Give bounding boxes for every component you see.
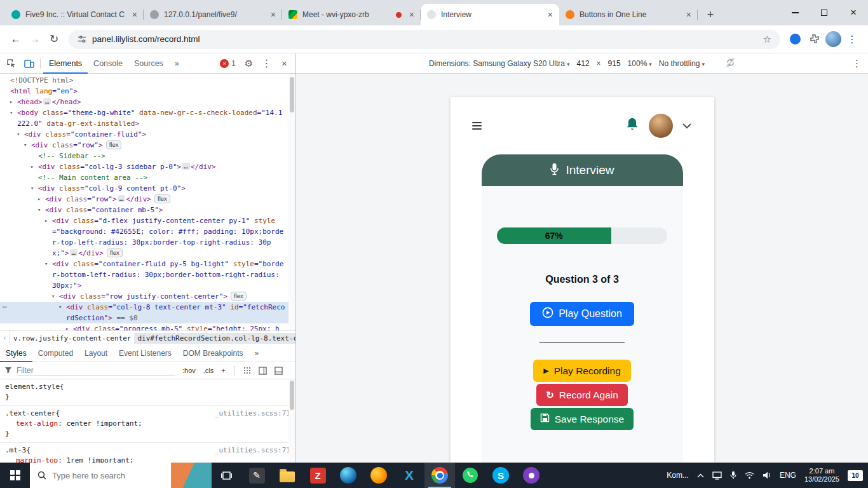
taskbar-search-input[interactable] [52,471,165,480]
expand-arrow-icon[interactable]: ▾ [31,183,34,194]
tray-mic-icon[interactable] [730,471,736,480]
dom-tree-node[interactable]: ▾<div class="col-lg-9 content pt-0"> [0,183,295,194]
expand-arrow-icon[interactable]: ▾ [24,140,27,151]
omnibox[interactable]: panel.lilylist.com/record.html ☆ [69,30,780,49]
dom-tree-node[interactable]: ▸<head>…</head> [0,97,295,107]
expand-arrow-icon[interactable]: ▸ [44,215,48,226]
css-rule[interactable]: element.style {} [0,379,295,406]
css-rule[interactable]: .text-center {_utilities.scss:71text-ali… [0,406,295,443]
device-width-field[interactable]: 412 [577,59,590,68]
notification-center-badge[interactable]: 10 [848,470,863,481]
browser-tab[interactable]: Five9 Inc. :: Virtual Contact C× [5,4,144,25]
expand-arrow-icon[interactable]: ▾ [44,259,48,269]
search-highlight-image[interactable] [171,463,212,488]
dom-tree-node[interactable]: <html lang="en"> [0,86,295,97]
tray-monitor-icon[interactable] [712,471,722,480]
audio-player-line[interactable] [539,342,625,343]
browser-tab[interactable]: Buttons in One Line× [559,4,698,25]
tray-language-label[interactable]: ENG [780,471,796,480]
record-again-button[interactable]: ↻ Record Again [536,384,628,406]
css-rule[interactable]: .mt-3 {_utilities.scss:71margin-top: 1re… [0,443,295,463]
stylesheet-link[interactable]: _utilities.scss:71 [215,409,290,419]
styles-tab[interactable]: Event Listeners [113,345,177,362]
tray-chevron-up-icon[interactable] [697,473,704,478]
expand-arrow-icon[interactable]: ▾ [37,205,41,215]
play-question-button[interactable]: Play Question [530,302,634,326]
browser-menu-button[interactable]: ⋮ [843,30,862,49]
browser-tab[interactable]: Interview× [421,4,559,25]
dom-tree-node[interactable]: ▾<div class="row justify-content-center"… [0,291,295,302]
expand-arrow-icon[interactable]: ▸ [65,323,69,330]
taskbar-app-file-explorer[interactable] [272,463,302,488]
styles-tab[interactable]: Styles [0,345,32,362]
devtools-menu-icon[interactable]: ⋮ [258,55,275,72]
expand-arrow-icon[interactable]: ▸ [31,161,34,172]
task-view-button[interactable] [212,463,241,488]
site-settings-icon[interactable] [78,35,86,44]
device-toolbar-menu-icon[interactable]: ⋮ [852,58,862,69]
tab-close-button[interactable]: × [548,10,553,19]
tab-close-button[interactable]: × [409,10,414,19]
maximize-button[interactable] [810,0,839,25]
play-recording-button[interactable]: ▶ Play Recording [533,360,631,382]
taskbar-app-x[interactable]: X [394,463,424,488]
dom-tree-node[interactable]: ▾<div class="row">flex [0,140,295,151]
expand-arrow-icon[interactable]: ▾ [10,107,13,118]
bookmark-star-icon[interactable]: ☆ [763,34,771,45]
tray-wifi-icon[interactable] [745,471,754,479]
inspect-element-icon[interactable] [3,55,20,72]
styles-tab[interactable]: Computed [32,345,79,362]
close-window-button[interactable]: × [839,0,868,25]
devtools-tab[interactable]: » [169,53,185,74]
tab-close-button[interactable]: × [132,10,137,19]
taskbar-app-goto[interactable] [516,463,546,488]
dom-tree-node[interactable]: ▸<div class="row">…</div>flex [0,194,295,205]
styles-scrollbar[interactable] [288,379,295,463]
taskbar-app-pen[interactable]: ✎ [241,463,272,488]
expand-arrow-icon[interactable]: ▾ [58,302,62,313]
rotate-device-icon[interactable] [726,58,735,69]
tray-input-indicator[interactable]: Kom... [667,471,689,480]
grid-badge-icon[interactable] [241,365,253,376]
taskbar-app-z[interactable]: Z [302,463,333,488]
chevron-down-icon[interactable] [682,120,691,132]
expand-arrow-icon[interactable]: ▾ [51,291,55,302]
expand-arrow-icon[interactable]: ▾ [17,129,20,140]
devtools-settings-icon[interactable]: ⚙ [240,55,257,72]
dom-tree-node[interactable]: <!-- Main content area --> [0,172,295,183]
extensions-puzzle-icon[interactable] [804,30,824,49]
minimize-button[interactable] [780,0,810,25]
filter-toggle[interactable]: + [219,366,227,375]
expand-arrow-icon[interactable]: ▸ [37,194,41,205]
start-button[interactable] [0,463,30,488]
device-toolbar-toggle-icon[interactable] [20,55,37,72]
breadcrumb-scroll-left[interactable]: ‹ [0,331,10,345]
device-dimensions-select[interactable]: Dimensions: Samsung Galaxy S20 Ultra▾ [429,59,570,68]
computed-sidebar-icon[interactable] [257,365,269,376]
tray-volume-icon[interactable] [763,471,771,479]
reload-button[interactable]: ↻ [44,30,64,49]
error-badge[interactable]: × 1 [220,59,236,68]
dom-tree-node[interactable]: ▸<div class="col-lg-3 sidebar p-0">…</di… [0,161,295,172]
tab-close-button[interactable]: × [686,10,691,19]
styles-tab[interactable]: DOM Breakpoints [177,345,249,362]
taskbar-app-firefox[interactable] [363,463,394,488]
devtools-close-icon[interactable]: × [276,55,293,72]
device-height-field[interactable]: 915 [608,59,621,68]
tray-clock[interactable]: 2:07 am 13/02/2025 [804,467,839,484]
devtools-tab[interactable]: Sources [128,53,169,74]
dom-tree-node[interactable]: ▾<div class="container-fluid py-5 bg-lig… [0,259,295,291]
styles-filter-input[interactable] [17,365,175,376]
breadcrumb-item-current[interactable]: div#fetchRecordSection.col-lg-8.text-cen… [134,333,295,344]
styles-tab[interactable]: Layout [79,345,113,362]
taskbar-app-chrome[interactable] [424,463,455,488]
taskbar-search[interactable] [30,463,212,488]
browser-tab[interactable]: Meet - wvi-ypxo-zrb× [282,4,421,25]
dom-tree-node[interactable]: <!DOCTYPE html> [0,75,295,86]
user-avatar[interactable] [649,114,673,138]
dom-tree-node[interactable]: ▸<div class="d-flex justify-content-cent… [0,215,295,259]
breadcrumb-item[interactable]: v.row.justify-content-center [10,333,134,344]
taskbar-app-whatsapp[interactable] [455,463,485,488]
node-menu-icon[interactable]: … [3,300,7,311]
styles-tab[interactable]: » [249,345,265,362]
